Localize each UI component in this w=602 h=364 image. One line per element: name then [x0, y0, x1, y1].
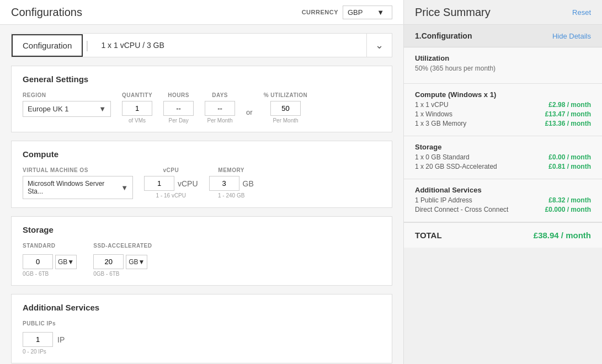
price-compute-section: Compute (Windows x 1) 1 x 1 vCPU£2.98 / …: [404, 84, 602, 136]
currency-select[interactable]: GBP ▼: [343, 6, 392, 19]
standard-input-row: GB ▼: [23, 254, 77, 269]
table-row: 1 Public IP Address£8.32 / month: [415, 196, 591, 204]
app-container: Configurations CURRENCY GBP ▼ Configurat…: [0, 0, 602, 364]
region-group: REGION Europe UK 1 ▼: [23, 92, 111, 117]
storage-section-title: Storage: [415, 143, 591, 151]
memory-hint: 1 - 240 GB: [218, 192, 244, 199]
total-value: £38.94 / month: [534, 231, 591, 240]
additional-section-title: Additional Services: [415, 186, 591, 194]
ssd-gb-select[interactable]: GB ▼: [126, 255, 147, 269]
days-input[interactable]: [205, 101, 235, 116]
currency-dropdown-icon: ▼: [377, 8, 384, 17]
price-summary-header: Price Summary Reset: [404, 0, 602, 25]
price-value: £13.47 / month: [545, 110, 591, 118]
price-value: £0.81 / month: [548, 163, 591, 170]
vm-os-label: VIRTUAL MACHINE OS: [23, 167, 133, 173]
utilization-label: % UTILIZATION: [264, 92, 308, 98]
days-label: DAYS: [212, 92, 228, 98]
config-divider: |: [83, 39, 91, 52]
price-total-row: TOTAL £38.94 / month: [415, 231, 591, 240]
table-row: 1 x 3 GB Memory£13.36 / month: [415, 120, 591, 127]
region-value: Europe UK 1: [28, 105, 68, 113]
quantity-label: QUANTITY: [122, 92, 152, 98]
table-row: 1 x Windows£13.47 / month: [415, 110, 591, 118]
price-value: £0.00 / month: [548, 153, 591, 161]
standard-storage-group: STANDARD GB ▼ 0GB - 6TB: [23, 243, 77, 277]
ssd-label: SSD-ACCELERATED: [93, 243, 152, 249]
memory-unit: GB: [243, 179, 254, 188]
storage-section: Storage STANDARD GB ▼ 0GB - 6TB: [11, 216, 392, 286]
left-header: Configurations CURRENCY GBP ▼: [0, 0, 403, 25]
left-panel: Configurations CURRENCY GBP ▼ Configurat…: [0, 0, 403, 364]
vcpu-group: vCPU vCPU 1 - 16 vCPU: [144, 167, 198, 199]
vcpu-input[interactable]: [144, 176, 174, 191]
price-config-title: 1.Configuration: [415, 31, 472, 40]
storage-price-lines: 1 x 0 GB Standard£0.00 / month1 x 20 GB …: [415, 153, 591, 170]
vm-os-group: VIRTUAL MACHINE OS Microsoft Windows Ser…: [23, 167, 133, 199]
utilization-hint: Per Month: [273, 117, 298, 124]
standard-gb-select[interactable]: GB ▼: [55, 255, 77, 269]
hours-input[interactable]: [163, 101, 194, 116]
compute-title: Compute: [23, 149, 381, 159]
utilization-group: % UTILIZATION Per Month: [264, 92, 308, 124]
hours-label: HOURS: [168, 92, 189, 98]
price-value: £8.32 / month: [548, 196, 591, 204]
public-ips-label: PUBLIC IPs: [23, 320, 381, 326]
price-additional-section: Additional Services 1 Public IP Address£…: [404, 179, 602, 222]
additional-services-title: Additional Services: [23, 303, 381, 312]
ssd-hint: 0GB - 6TB: [93, 271, 152, 277]
reset-link[interactable]: Reset: [572, 8, 591, 17]
public-ips-unit: IP: [57, 335, 65, 344]
standard-unit: GB: [58, 258, 67, 266]
standard-hint: 0GB - 6TB: [23, 271, 77, 277]
vcpu-hint: 1 - 16 vCPU: [156, 192, 186, 199]
additional-price-lines: 1 Public IP Address£8.32 / monthDirect C…: [415, 196, 591, 213]
storage-row: STANDARD GB ▼ 0GB - 6TB SSD-ACCELERATED: [23, 243, 381, 277]
price-line-label: 1 x Windows: [415, 110, 452, 118]
general-settings-title: General Settings: [23, 74, 381, 84]
public-ips-input[interactable]: [23, 332, 53, 347]
config-expand-icon[interactable]: ⌄: [366, 34, 392, 57]
quantity-hint: of VMs: [129, 117, 146, 124]
quantity-input[interactable]: [122, 101, 152, 116]
memory-label: MEMORY: [218, 167, 244, 173]
ssd-arrow-icon: ▼: [138, 258, 145, 266]
compute-price-lines: 1 x 1 vCPU£2.98 / month1 x Windows£13.47…: [415, 101, 591, 127]
general-settings-form-row: REGION Europe UK 1 ▼ QUANTITY of VMs HOU…: [23, 92, 381, 124]
compute-form-row: VIRTUAL MACHINE OS Microsoft Windows Ser…: [23, 167, 381, 199]
days-group: DAYS Per Month: [205, 92, 235, 124]
ssd-unit: GB: [129, 258, 138, 266]
quantity-group: QUANTITY of VMs: [122, 92, 152, 124]
region-select[interactable]: Europe UK 1 ▼: [23, 101, 111, 117]
table-row: 1 x 20 GB SSD-Accelerated£0.81 / month: [415, 163, 591, 170]
price-line-label: Direct Connect - Cross Connect: [415, 206, 508, 213]
ssd-input[interactable]: [93, 254, 124, 269]
price-total-section: TOTAL £38.94 / month: [404, 222, 602, 248]
vcpu-label: vCPU: [163, 167, 179, 173]
hide-details-link[interactable]: Hide Details: [552, 32, 591, 40]
vm-os-select[interactable]: Microsoft Windows Server Sta... ▼: [23, 176, 133, 199]
currency-label: CURRENCY: [302, 9, 338, 15]
standard-input[interactable]: [23, 254, 53, 269]
price-line-label: 1 x 0 GB Standard: [415, 153, 470, 161]
public-ips-group: PUBLIC IPs IP 0 - 20 IPs: [23, 320, 381, 355]
memory-input[interactable]: [209, 176, 239, 191]
price-storage-section: Storage 1 x 0 GB Standard£0.00 / month1 …: [404, 136, 602, 179]
additional-services-section: Additional Services PUBLIC IPs IP 0 - 20…: [11, 294, 392, 363]
compute-section: Compute VIRTUAL MACHINE OS Microsoft Win…: [11, 141, 392, 208]
price-value: £0.000 / month: [545, 206, 591, 213]
vcpu-unit: vCPU: [178, 179, 198, 188]
price-utilization-section: Utilization 50% (365 hours per month): [404, 47, 602, 84]
price-value: £13.36 / month: [545, 120, 591, 127]
ssd-input-row: GB ▼: [93, 254, 152, 269]
days-hint: Per Month: [207, 117, 233, 124]
compute-section-title: Compute (Windows x 1): [415, 90, 591, 99]
price-line-label: 1 Public IP Address: [415, 196, 472, 204]
price-config-header: 1.Configuration Hide Details: [404, 25, 602, 47]
utilization-input[interactable]: [270, 101, 301, 116]
page-title: Configurations: [11, 6, 302, 19]
table-row: 1 x 0 GB Standard£0.00 / month: [415, 153, 591, 161]
standard-arrow-icon: ▼: [67, 258, 74, 266]
table-row: 1 x 1 vCPU£2.98 / month: [415, 101, 591, 109]
currency-value: GBP: [348, 8, 363, 17]
